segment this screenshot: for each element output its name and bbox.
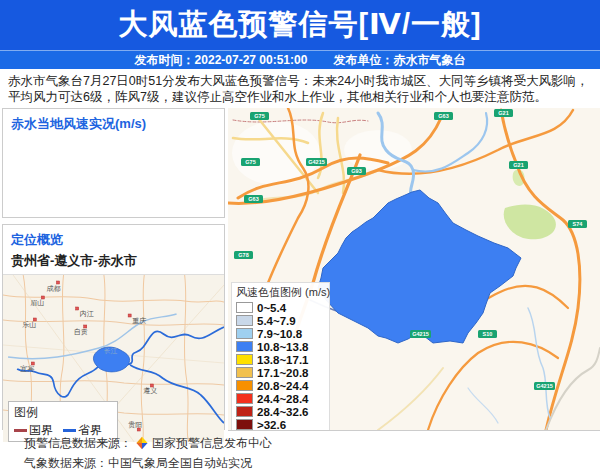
warning-description: 赤水市气象台7月27日0时51分发布大风蓝色预警信号：未来24小时我市城区、大同… [0, 70, 600, 108]
wind-scale-swatch [236, 406, 253, 417]
wind-scale-range: 10.8~13.8 [257, 341, 308, 353]
location-panel: 定位概览 贵州省-遵义市-赤水市 [2, 224, 225, 430]
location-panel-title: 定位概览 [3, 225, 224, 251]
wind-scale-swatch [236, 380, 253, 391]
wind-scale-range: 20.8~24.4 [257, 380, 308, 392]
province-border-line [63, 429, 76, 432]
svg-text:G21: G21 [498, 110, 508, 116]
wind-scale-swatch [236, 419, 253, 430]
minimap-legend-title: 图例 [14, 404, 112, 421]
national-warning-center-logo-icon [135, 436, 149, 450]
svg-text:G4215: G4215 [308, 159, 325, 165]
wind-scale-legend: 风速色值图例 (m/s) 0~5.4 5.4~7.9 7.9~10.8 10.8… [231, 282, 330, 431]
wind-scale-range: 0~5.4 [257, 302, 286, 314]
warning-source-name: 国家预警信息发布中心 [152, 433, 272, 453]
publish-info-bar: 发布时间：2022-07-27 00:51:00 发布单位：赤水市气象台 [0, 50, 600, 69]
svg-text:长江: 长江 [104, 347, 118, 355]
wind-scale-range: >32.6 [257, 419, 286, 431]
warning-banner: 大风蓝色预警信号[Ⅳ/一般] [0, 0, 600, 50]
wind-scale-range: 13.8~17.1 [257, 354, 308, 366]
svg-text:内江: 内江 [80, 310, 94, 318]
wind-speed-chart [3, 135, 224, 215]
warning-page: 大风蓝色预警信号[Ⅳ/一般] 发布时间：2022-07-27 00:51:00 … [0, 0, 600, 471]
svg-text:G4215: G4215 [412, 331, 429, 337]
svg-text:自贡: 自贡 [74, 328, 88, 336]
wind-scale-range: 24.4~28.4 [257, 393, 308, 405]
svg-text:成都: 成都 [46, 285, 60, 293]
wind-scale-range: 28.4~32.6 [257, 406, 308, 418]
svg-text:S74: S74 [573, 221, 584, 227]
svg-text:G63: G63 [248, 196, 258, 202]
svg-text:遵义: 遵义 [143, 387, 157, 395]
wind-scale-swatch [236, 393, 253, 404]
data-sources-footer: 预警信息数据来源： 国家预警信息发布中心 气象数据来源：中国气象局全国自动站实况 [0, 433, 600, 471]
warning-source-prefix: 预警信息数据来源： [24, 433, 132, 453]
svg-text:贵阳: 贵阳 [128, 421, 142, 429]
overview-minimap[interactable]: 成都 眉山 乐山 内江 自贡 重庆 宜宾 遵义 贵阳 长江 图例 国界 省界 [3, 274, 224, 442]
wind-scale-swatch [236, 302, 253, 313]
page-title: 大风蓝色预警信号[Ⅳ/一般] [118, 5, 481, 45]
publish-unit: 发布单位：赤水市气象台 [333, 52, 465, 69]
location-breadcrumb: 贵州省-遵义市-赤水市 [3, 251, 224, 274]
weather-data-source: 气象数据来源：中国气象局全国自动站实况 [24, 453, 600, 471]
svg-text:G78: G78 [238, 252, 248, 258]
svg-text:重庆: 重庆 [132, 317, 146, 324]
svg-text:G93: G93 [351, 168, 361, 174]
svg-text:G63: G63 [438, 113, 448, 119]
svg-text:眉山: 眉山 [30, 299, 44, 307]
wind-scale-swatch [236, 367, 253, 378]
warning-data-source: 预警信息数据来源： 国家预警信息发布中心 [24, 433, 600, 453]
wind-scale-swatch [236, 328, 253, 339]
wind-panel-title: 赤水当地风速实况(m/s) [3, 109, 224, 135]
wind-scale-range: 7.9~10.8 [257, 328, 302, 340]
svg-text:宜宾: 宜宾 [20, 365, 34, 373]
wind-speed-panel: 赤水当地风速实况(m/s) [2, 108, 225, 218]
national-border-line [14, 429, 27, 432]
publish-time: 发布时间：2022-07-27 00:51:00 [135, 52, 308, 69]
svg-text:G4215: G4215 [536, 383, 553, 389]
wind-scale-legend-title: 风速色值图例 (m/s) [236, 285, 325, 300]
svg-text:乐山: 乐山 [22, 321, 36, 328]
wind-scale-swatch [236, 354, 253, 365]
wind-scale-swatch [236, 315, 253, 326]
svg-text:S10: S10 [483, 331, 493, 337]
wind-scale-range: 17.1~20.8 [257, 367, 308, 379]
wind-scale-swatch [236, 341, 253, 352]
svg-text:G75: G75 [254, 113, 264, 119]
wind-scale-range: 5.4~7.9 [257, 315, 296, 327]
warning-map[interactable]: G75 G75 G63 G4215 G93 G63 G21 G21 S74 G4… [228, 108, 600, 431]
svg-text:G21: G21 [513, 162, 523, 168]
svg-text:G75: G75 [245, 159, 255, 165]
